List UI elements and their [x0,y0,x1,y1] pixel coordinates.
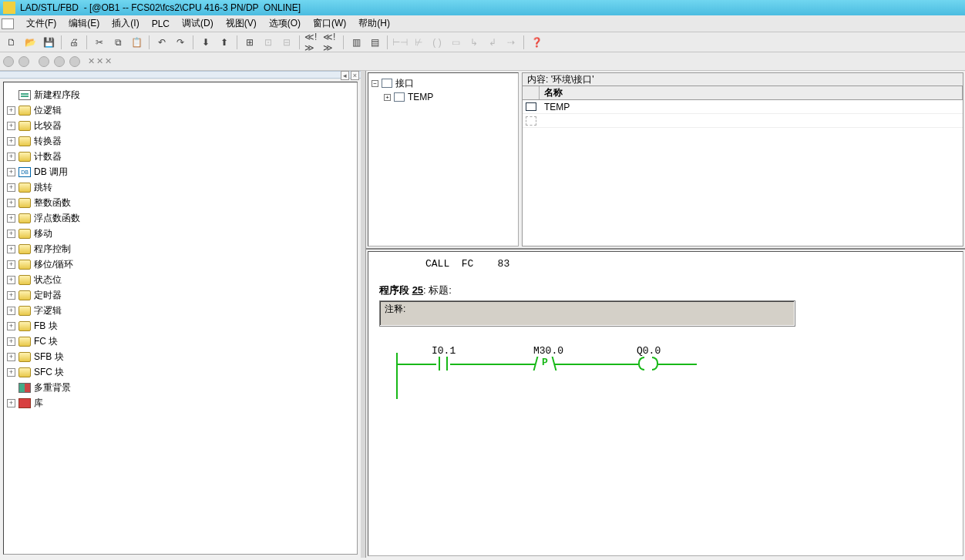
box-button[interactable]: ▭ [447,35,464,50]
menu-file[interactable]: 文件(F) [20,17,62,30]
tool-a-button[interactable]: ⊡ [260,35,277,50]
undo-button[interactable]: ↶ [153,35,170,50]
interface-root-node[interactable]: − 接口 [372,76,515,90]
left-power-rail [396,353,398,399]
table-row[interactable]: TEMP [523,100,963,114]
temp-icon [394,92,405,102]
tree-item-status[interactable]: +状态位 [7,272,354,287]
column-name-header[interactable]: 名称 [540,86,963,99]
main-toolbar: 🗋 📂 💾 🖨 ✂ ⧉ 📋 ↶ ↷ ⬇ ⬆ ⊞ ⊡ ⊟ ≪!≫ ≪!≫ ▥ ▤ … [0,32,965,52]
upload-button[interactable]: ⬆ [216,35,233,50]
tree-item-sfc-blocks[interactable]: +SFC 块 [7,364,354,380]
menu-plc[interactable]: PLC [146,18,176,29]
address-m30-0: M30.0 [533,345,563,357]
copy-button[interactable]: ⧉ [109,35,126,50]
address-i0-1: I0.1 [432,345,456,357]
tree-item-convert[interactable]: +转换器 [7,133,354,149]
tree-item-word-logic[interactable]: +字逻辑 [7,303,354,318]
library-icon [18,398,31,408]
table-row-empty[interactable] [523,114,963,128]
view-stl-button[interactable]: ▤ [366,35,383,50]
tree-item-compare[interactable]: +比较器 [7,118,354,133]
normally-open-contact[interactable] [436,357,450,371]
folder-icon [18,290,31,300]
help-context-button[interactable]: ❓ [528,35,545,50]
lad-rung[interactable]: I0.1 M30.0 Q0.0 P [396,345,952,391]
positive-edge-coil[interactable]: P [535,357,555,371]
menu-options[interactable]: 选项(O) [263,17,307,30]
menu-view[interactable]: 视图(V) [220,17,263,30]
branch-open-button[interactable]: ↳ [466,35,482,50]
window-title: LAD/STL/FBD - [@OB1 -- FCS02\fcs2\CPU 41… [20,2,301,13]
panel-pin-button[interactable]: ◂ [341,71,349,80]
interface-table-body[interactable]: TEMP [522,100,963,246]
view-lad-button[interactable]: ▥ [348,35,365,50]
folder-icon [18,321,31,331]
redo-button[interactable]: ↷ [172,35,189,50]
expand-icon[interactable]: + [384,94,391,101]
tree-item-bit-logic[interactable]: +位逻辑 [7,102,354,118]
new-button[interactable]: 🗋 [3,35,20,50]
tree-item-shift[interactable]: +移位/循环 [7,257,354,272]
tree-item-prog-ctrl[interactable]: +程序控制 [7,241,354,257]
interface-icon [382,79,392,88]
tree-root-new-network[interactable]: 新建程序段 [7,87,354,102]
app-icon [3,2,15,14]
branch-close-button[interactable]: ↲ [484,35,501,50]
catalog-tree[interactable]: 新建程序段 +位逻辑 +比较器 +转换器 +计数器 +DBDB 调用 +跳转 +… [3,82,358,555]
tree-item-fc-blocks[interactable]: +FC 块 [7,334,354,349]
status-led-1 [3,56,14,67]
tree-item-timer[interactable]: +定时器 [7,287,354,303]
panel-close-button[interactable]: × [351,71,359,80]
conn-button[interactable]: ⇢ [503,35,519,50]
contact-n-button[interactable]: ⊬ [410,35,427,50]
goto-button[interactable]: ≪!≫ [304,35,321,50]
collapse-icon[interactable]: − [372,80,378,87]
folder-icon [18,306,31,316]
menu-help[interactable]: 帮助(H) [352,17,396,30]
tree-item-move[interactable]: +移动 [7,226,354,241]
tree-item-int-func[interactable]: +整数函数 [7,195,354,210]
save-button[interactable]: 💾 [40,35,57,50]
cut-button[interactable]: ✂ [91,35,108,50]
tree-item-library[interactable]: +库 [7,395,354,411]
output-coil[interactable] [638,357,658,371]
menu-edit[interactable]: 编辑(E) [62,17,106,30]
tool-b-button[interactable]: ⊟ [278,35,295,50]
code-editor[interactable]: CALL FC 83 程序段 25: 标题: 注释: I0.1 M30.0 Q0… [368,251,963,556]
folder-icon [18,213,31,223]
print-button[interactable]: 🖨 [66,35,82,50]
document-icon [2,18,14,29]
interface-tree[interactable]: − 接口 + TEMP [368,72,519,246]
status-led-4 [54,56,65,67]
folder-icon [18,244,31,254]
folder-icon [18,352,31,362]
open-button[interactable]: 📂 [22,35,39,50]
row-icon [526,102,536,111]
folder-icon [18,260,31,270]
status-led-3 [39,56,49,67]
status-led-2 [18,56,29,67]
address-q0-0: Q0.0 [637,345,661,357]
download-button[interactable]: ⬇ [197,35,214,50]
network-comment-box[interactable]: 注释: [379,300,795,327]
tree-item-fb-blocks[interactable]: +FB 块 [7,318,354,334]
network-button[interactable]: ⊞ [241,35,258,50]
status-led-5 [69,56,80,67]
network-title[interactable]: 程序段 25: 标题: [379,283,952,297]
tree-item-sfb-blocks[interactable]: +SFB 块 [7,349,354,364]
tree-item-multi-instance[interactable]: 多重背景 [7,380,354,395]
coil-button[interactable]: ( ) [429,35,446,50]
paste-button[interactable]: 📋 [128,35,145,50]
tree-item-counter[interactable]: +计数器 [7,149,354,164]
menu-window[interactable]: 窗口(W) [307,17,352,30]
tree-item-jump[interactable]: +跳转 [7,179,354,195]
contact-button[interactable]: ⊢⊣ [392,35,409,50]
menu-debug[interactable]: 调试(D) [176,17,220,30]
tree-item-float-func[interactable]: +浮点数函数 [7,210,354,226]
tree-item-db-call[interactable]: +DBDB 调用 [7,164,354,179]
interface-temp-node[interactable]: + TEMP [372,90,515,104]
search-button[interactable]: ≪!≫ [322,35,339,50]
interface-panel: − 接口 + TEMP 内容: '环境\接口' 名称 [366,71,965,250]
menu-insert[interactable]: 插入(I) [106,17,145,30]
